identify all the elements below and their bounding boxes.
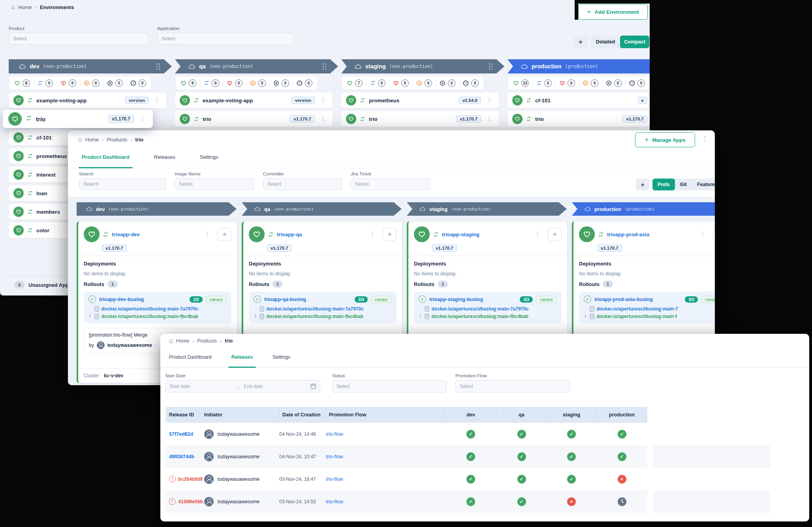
version-badge[interactable]: v1.170.7 bbox=[290, 115, 315, 122]
status-chip-suspended[interactable]: 0 bbox=[246, 79, 269, 87]
env-header-production[interactable]: production (production) bbox=[508, 59, 650, 73]
tab-settings[interactable]: Settings bbox=[200, 154, 218, 168]
home-icon[interactable]: ⌂ bbox=[11, 4, 15, 10]
breadcrumb-home[interactable]: Home bbox=[18, 4, 32, 10]
star-button[interactable]: ★ bbox=[383, 228, 397, 241]
env-header-dev[interactable]: dev (non-production) bbox=[77, 202, 237, 216]
status-failed-icon[interactable]: × bbox=[618, 475, 626, 484]
status-chip-healthy[interactable]: 13 bbox=[509, 79, 532, 87]
star-button[interactable]: ★ bbox=[713, 228, 715, 241]
status-chip-healthy[interactable]: 7 bbox=[343, 79, 366, 87]
status-chip-syncing[interactable]: 0 bbox=[34, 79, 56, 87]
kebab-menu-icon[interactable]: ⋮ bbox=[203, 231, 212, 237]
kebab-menu-icon[interactable]: ⋮ bbox=[485, 97, 494, 104]
add-environment-button[interactable]: + Add Environment bbox=[578, 4, 648, 20]
status-success-icon[interactable]: ✓ bbox=[567, 452, 576, 461]
kebab-menu-icon[interactable]: ⋮ bbox=[700, 136, 710, 142]
view-pods-option[interactable]: Pods bbox=[652, 179, 675, 190]
breadcrumb-home[interactable]: Home bbox=[85, 137, 99, 143]
status-chip-syncing[interactable]: 0 bbox=[366, 79, 389, 87]
tab-releases[interactable]: Releases bbox=[231, 354, 253, 367]
home-icon[interactable]: ⌂ bbox=[78, 136, 82, 143]
status-chip-unknown[interactable]: ?0 bbox=[459, 79, 482, 87]
app-link[interactable]: trioapp-dev bbox=[112, 232, 140, 237]
drag-handle-icon[interactable] bbox=[156, 66, 158, 67]
status-success-icon[interactable]: ✓ bbox=[466, 452, 475, 461]
app-row-trio[interactable]: trio v1.170.7 ⋮ bbox=[508, 111, 650, 127]
col-initiator[interactable]: Initiator bbox=[199, 407, 279, 423]
status-chip-syncing[interactable]: 0 bbox=[532, 79, 555, 87]
committer-select[interactable]: Select bbox=[263, 178, 342, 190]
status-success-icon[interactable]: ✓ bbox=[517, 452, 526, 461]
kebab-menu-icon[interactable]: ⋮ bbox=[318, 97, 328, 104]
rollout-link[interactable]: trioapp-dev-buslog bbox=[99, 297, 144, 302]
tab-product-dashboard[interactable]: Product Dashboard bbox=[82, 154, 130, 168]
rollout-link[interactable]: trioapp-qa-buslog bbox=[264, 297, 306, 302]
image-ref[interactable]: docker.io/aperturesci/buslog:main-7 bbox=[597, 306, 678, 312]
view-compact-option[interactable]: Compact bbox=[620, 36, 649, 48]
status-chip-failed[interactable]: 0 bbox=[103, 79, 126, 87]
view-detailed-option[interactable]: Detailed bbox=[591, 36, 620, 48]
app-row-cf-101[interactable]: cf-101 v ⋮ bbox=[508, 92, 650, 108]
kebab-menu-icon[interactable]: ⋮ bbox=[485, 116, 494, 122]
table-row[interactable]: ! 41599e56b todaywasawesome 03-Nov-24, 1… bbox=[166, 490, 770, 513]
status-chip-suspended[interactable]: 0 bbox=[412, 79, 436, 87]
status-chip-degraded[interactable]: 0 bbox=[56, 79, 80, 87]
breadcrumb-home[interactable]: Home bbox=[176, 338, 189, 344]
app-link[interactable]: trioapp-staging bbox=[442, 232, 479, 237]
star-button[interactable]: ★ bbox=[218, 228, 231, 241]
drag-handle-icon[interactable] bbox=[489, 66, 490, 67]
app-row-example-voting-app[interactable]: example-voting-app version ⋮ bbox=[9, 92, 166, 108]
image-ref[interactable]: docker.io/aperturesci/buslog:main-7a7970… bbox=[267, 306, 364, 312]
app-row-example-voting-app[interactable]: example-voting-app version ⋮ bbox=[175, 92, 333, 108]
col-staging[interactable]: staging bbox=[547, 407, 596, 423]
status-success-icon[interactable]: ✓ bbox=[466, 475, 475, 484]
status-chip-degraded[interactable]: 0 bbox=[389, 79, 412, 87]
image-ref[interactable]: docker.io/aperturesci/buslog:main-fbc4ba… bbox=[267, 314, 363, 319]
status-chip-syncing[interactable]: 0 bbox=[200, 79, 223, 87]
calendar-icon[interactable] bbox=[310, 383, 316, 391]
image-ref[interactable]: docker.io/aperturesci/buslog:main-7a7970… bbox=[432, 306, 529, 312]
version-badge[interactable]: v2.54.0 bbox=[459, 97, 481, 104]
version-badge[interactable]: v1.170.7 bbox=[267, 245, 292, 252]
release-id-link[interactable]: 4993874db bbox=[166, 454, 199, 459]
status-chip-unknown[interactable]: ?0 bbox=[126, 79, 150, 87]
col-dev[interactable]: dev bbox=[445, 407, 496, 423]
app-row-prometheus[interactable]: prometheus v2.54.0 ⋮ bbox=[341, 92, 499, 108]
status-success-icon[interactable]: ✓ bbox=[517, 497, 526, 506]
status-chip-failed[interactable]: 0 bbox=[269, 79, 293, 87]
env-header-staging[interactable]: staging (non-production) bbox=[341, 59, 504, 73]
release-id-link[interactable]: ! bc354bfd9 bbox=[166, 476, 199, 482]
kebab-menu-icon[interactable]: ⋮ bbox=[533, 231, 542, 237]
status-failed-icon[interactable]: × bbox=[567, 497, 576, 506]
status-chip-suspended[interactable]: 0 bbox=[80, 79, 103, 87]
search-input[interactable]: Search bbox=[79, 178, 166, 190]
app-row-trio[interactable]: trio v1.170.7 ⋮ bbox=[341, 111, 499, 127]
product-select[interactable]: Select bbox=[9, 33, 148, 45]
col-date-of-creation[interactable]: Date of Creation bbox=[279, 407, 326, 423]
favorites-star-button[interactable]: ★ bbox=[636, 179, 649, 190]
table-row[interactable]: 57f7ed82d todaywasawesome 04-Nov-24, 14:… bbox=[166, 423, 770, 445]
image-ref[interactable]: docker.io/aperturesci/buslog:main-fbc4ba… bbox=[102, 314, 198, 319]
tab-settings[interactable]: Settings bbox=[273, 354, 290, 367]
status-success-icon[interactable]: ✓ bbox=[618, 452, 626, 461]
version-badge[interactable]: v1.170.7 bbox=[622, 115, 647, 122]
status-success-icon[interactable]: ✓ bbox=[567, 430, 576, 439]
col-release-id[interactable]: Release ID bbox=[166, 407, 199, 423]
status-select[interactable]: Select bbox=[332, 380, 447, 393]
kebab-menu-icon[interactable]: ⋮ bbox=[368, 231, 377, 237]
app-link[interactable]: trioapp-qa bbox=[277, 232, 302, 237]
star-button[interactable]: ★ bbox=[548, 228, 562, 241]
promotion-flow-link[interactable]: trio-flow bbox=[326, 499, 445, 504]
version-badge[interactable]: v1.170.7 bbox=[108, 115, 134, 123]
status-pending-icon[interactable] bbox=[618, 497, 626, 506]
rollout-link[interactable]: trioapp-staging-buslog bbox=[429, 297, 483, 302]
image-ref[interactable]: docker.io/aperturesci/buslog:main-f bbox=[597, 314, 677, 319]
date-range-input[interactable]: Start date → End date bbox=[165, 380, 320, 393]
col-qa[interactable]: qa bbox=[496, 407, 547, 423]
col-promotion-flow[interactable]: Promotion Flow bbox=[326, 407, 445, 423]
env-header-qa[interactable]: qa (non-production) bbox=[175, 59, 338, 73]
promotion-flow-select[interactable]: Select bbox=[455, 380, 570, 393]
status-success-icon[interactable]: ✓ bbox=[466, 430, 475, 439]
env-header-production[interactable]: production (production) bbox=[572, 202, 715, 216]
